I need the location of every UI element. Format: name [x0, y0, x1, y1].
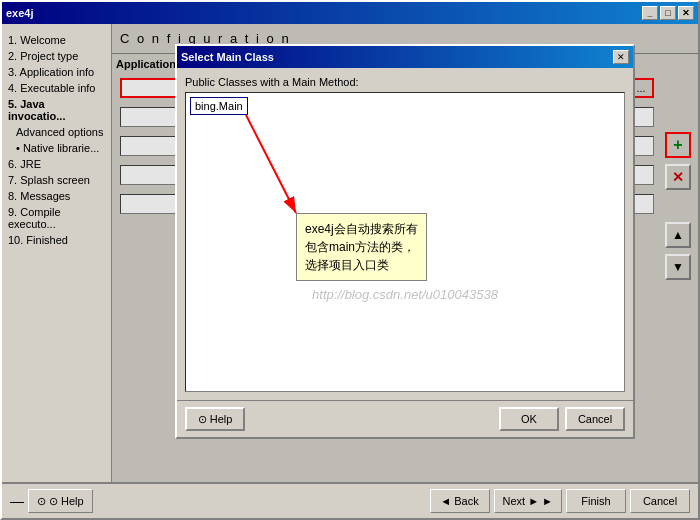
sidebar-item-exec-info[interactable]: 4. Executable info [6, 80, 107, 96]
tooltip-line3: 选择项目入口类 [305, 256, 418, 274]
modal-close-button[interactable]: ✕ [613, 50, 629, 64]
modal-list[interactable]: bing.Main exe4j会自动搜索所有 包含main方法的类， 选择项目入… [185, 92, 625, 392]
tooltip-line2: 包含main方法的类， [305, 238, 418, 256]
main-content: 1. Welcome 2. Project type 3. Applicatio… [2, 24, 698, 482]
finish-label: Finish [581, 495, 610, 507]
close-btn[interactable]: ✕ [678, 6, 694, 20]
modal-title-text: Select Main Class [181, 51, 274, 63]
modal-help-button[interactable]: ⊙ Help [185, 407, 245, 431]
help-circle-icon: ⊙ [37, 495, 46, 508]
modal-title-bar: Select Main Class ✕ [177, 46, 633, 68]
modal-label: Public Classes with a Main Method: [185, 76, 625, 88]
back-button[interactable]: ◄ Back [430, 489, 490, 513]
help-label: ⊙ Help [49, 495, 84, 508]
sidebar-item-project-type[interactable]: 2. Project type [6, 48, 107, 64]
nav-icon: — [10, 493, 24, 509]
sidebar: 1. Welcome 2. Project type 3. Applicatio… [2, 24, 112, 482]
modal-dialog: Select Main Class ✕ Public Classes with … [175, 44, 635, 439]
sidebar-item-welcome[interactable]: 1. Welcome [6, 32, 107, 48]
svg-line-0 [246, 115, 296, 213]
help-icon: ⊙ [198, 413, 207, 426]
finish-button[interactable]: Finish [566, 489, 626, 513]
sidebar-item-app-info[interactable]: 3. Application info [6, 64, 107, 80]
help-button[interactable]: ⊙ ⊙ Help [28, 489, 93, 513]
sidebar-item-advanced[interactable]: Advanced options [6, 124, 107, 140]
sidebar-item-native-libs[interactable]: • Native librarie... [6, 140, 107, 156]
nav-left: — ⊙ ⊙ Help [10, 489, 93, 513]
watermark: http://blog.csdn.net/u010043538 [312, 287, 498, 302]
tooltip-box: exe4j会自动搜索所有 包含main方法的类， 选择项目入口类 [296, 213, 427, 281]
maximize-btn[interactable]: □ [660, 6, 676, 20]
next-arrow-icon: ► [542, 495, 553, 507]
main-class-list-item[interactable]: bing.Main [190, 97, 248, 115]
main-window: exe4j _ □ ✕ 1. Welcome 2. Project type 3… [0, 0, 700, 520]
tooltip-line1: exe4j会自动搜索所有 [305, 220, 418, 238]
back-arrow-icon: ◄ [440, 495, 451, 507]
modal-body: Public Classes with a Main Method: bing.… [177, 68, 633, 400]
sidebar-item-compile[interactable]: 9. Compile executo... [6, 204, 107, 232]
sidebar-item-splash[interactable]: 7. Splash screen [6, 172, 107, 188]
title-bar: exe4j _ □ ✕ [2, 2, 698, 24]
modal-overlay: Select Main Class ✕ Public Classes with … [112, 24, 698, 482]
back-label: Back [454, 495, 478, 507]
next-button[interactable]: Next ► ► [494, 489, 562, 513]
modal-cancel-button[interactable]: Cancel [565, 407, 625, 431]
nav-right: ◄ Back Next ► ► Finish Cancel [430, 489, 690, 513]
sidebar-item-messages[interactable]: 8. Messages [6, 188, 107, 204]
sidebar-item-java-invoke[interactable]: 5. Java invocatio... [6, 96, 107, 124]
cancel-button[interactable]: Cancel [630, 489, 690, 513]
modal-cancel-label: Cancel [578, 413, 612, 425]
next-label: Next ► [503, 495, 540, 507]
title-text: exe4j [6, 7, 34, 19]
bottom-nav: — ⊙ ⊙ Help ◄ Back Next ► ► Finish Cancel [2, 482, 698, 518]
sidebar-item-jre[interactable]: 6. JRE [6, 156, 107, 172]
ok-label: OK [521, 413, 537, 425]
right-panel: C o n f i g u r a t i o n Application ..… [112, 24, 698, 482]
cancel-label: Cancel [643, 495, 677, 507]
title-buttons: _ □ ✕ [642, 6, 694, 20]
modal-help-label: Help [210, 413, 233, 425]
minimize-btn[interactable]: _ [642, 6, 658, 20]
modal-action-buttons: OK Cancel [499, 407, 625, 431]
modal-footer: ⊙ Help OK Cancel [177, 400, 633, 437]
modal-ok-button[interactable]: OK [499, 407, 559, 431]
sidebar-item-finished[interactable]: 10. Finished [6, 232, 107, 248]
